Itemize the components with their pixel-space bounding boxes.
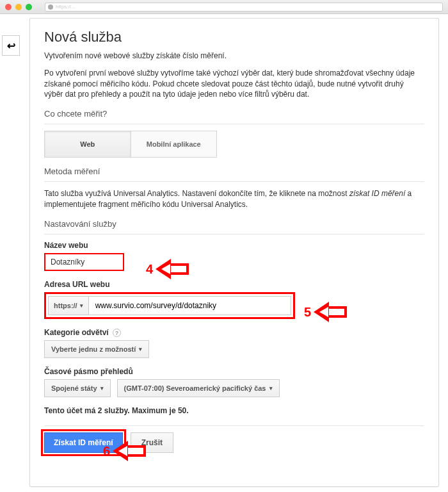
url-text: https://... bbox=[56, 4, 76, 10]
divider bbox=[44, 234, 424, 234]
category-label-text: Kategorie odvětví bbox=[44, 328, 109, 337]
button-row: Získat ID měření Zrušit bbox=[44, 432, 424, 453]
site-url-input[interactable] bbox=[89, 296, 291, 315]
field-timezone: Časové pásmo přehledů Spojené státy ▾ (G… bbox=[44, 367, 424, 397]
browser-chrome: https://... bbox=[0, 0, 448, 14]
chevron-down-icon: ▾ bbox=[269, 385, 273, 391]
tab-web[interactable]: Web bbox=[45, 131, 131, 157]
measure-segmented: Web Mobilní aplikace bbox=[44, 131, 217, 158]
measure-heading: Co chcete měřit? bbox=[44, 109, 424, 119]
setup-heading: Nastavování služby bbox=[44, 219, 424, 229]
minimize-icon[interactable] bbox=[15, 4, 22, 10]
method-heading: Metoda měření bbox=[44, 167, 424, 176]
page-title: Nová služba bbox=[44, 29, 424, 45]
page-description: Po vytvoření první webové služby vytvoří… bbox=[44, 68, 424, 100]
close-icon[interactable] bbox=[5, 4, 12, 10]
chevron-down-icon: ▾ bbox=[80, 302, 83, 309]
back-arrow-icon: ↩ bbox=[7, 40, 15, 52]
tz-value-select[interactable]: (GMT-07:00) Severoamerický pacifický čas… bbox=[117, 379, 280, 397]
divider bbox=[44, 181, 424, 182]
back-button[interactable]: ↩ bbox=[2, 35, 20, 56]
method-text: Tato služba využívá Universal Analytics.… bbox=[44, 188, 424, 210]
chevron-down-icon: ▾ bbox=[100, 385, 104, 391]
protocol-value: https:// bbox=[54, 302, 77, 309]
get-tracking-id-button[interactable]: Získat ID měření bbox=[44, 432, 123, 453]
site-identity-icon bbox=[48, 4, 53, 10]
timezone-label: Časové pásmo přehledů bbox=[44, 367, 424, 376]
category-select[interactable]: Vyberte jednu z možností ▾ bbox=[44, 340, 149, 358]
category-value: Vyberte jednu z možností bbox=[51, 345, 136, 353]
help-icon[interactable]: ? bbox=[113, 329, 121, 337]
site-url-label: Adresa URL webu bbox=[44, 280, 424, 289]
divider bbox=[44, 124, 424, 124]
tz-country-select[interactable]: Spojené státy ▾ bbox=[44, 379, 111, 397]
account-note: Tento účet má 2 služby. Maximum je 50. bbox=[44, 406, 424, 415]
cancel-button[interactable]: Zrušit bbox=[131, 432, 173, 453]
category-label: Kategorie odvětví ? bbox=[44, 328, 424, 338]
divider bbox=[44, 425, 424, 426]
page-lead: Vytvořením nové webové služby získáte čí… bbox=[44, 51, 424, 62]
url-bar[interactable]: https://... bbox=[45, 3, 443, 12]
method-text-prefix: Tato služba využívá Universal Analytics.… bbox=[44, 189, 349, 198]
maximize-icon[interactable] bbox=[26, 4, 32, 10]
window-controls bbox=[5, 4, 32, 10]
content-card: Nová služba Vytvořením nové webové služb… bbox=[29, 18, 439, 487]
tab-mobile[interactable]: Mobilní aplikace bbox=[131, 131, 217, 157]
field-site-name: Název webu bbox=[44, 241, 424, 271]
site-name-input[interactable] bbox=[44, 253, 124, 271]
field-category: Kategorie odvětví ? Vyberte jednu z možn… bbox=[44, 328, 424, 359]
field-site-url: Adresa URL webu https:// ▾ bbox=[44, 280, 424, 319]
chevron-down-icon: ▾ bbox=[139, 346, 142, 352]
url-row: https:// ▾ bbox=[48, 296, 291, 315]
url-highlight: https:// ▾ bbox=[44, 292, 295, 319]
site-name-label: Název webu bbox=[44, 241, 424, 250]
method-emphasis: získat ID měření bbox=[349, 189, 405, 198]
tz-value: (GMT-07:00) Severoamerický pacifický čas bbox=[124, 384, 266, 392]
protocol-select[interactable]: https:// ▾ bbox=[48, 296, 89, 315]
tz-country-value: Spojené státy bbox=[51, 384, 97, 392]
